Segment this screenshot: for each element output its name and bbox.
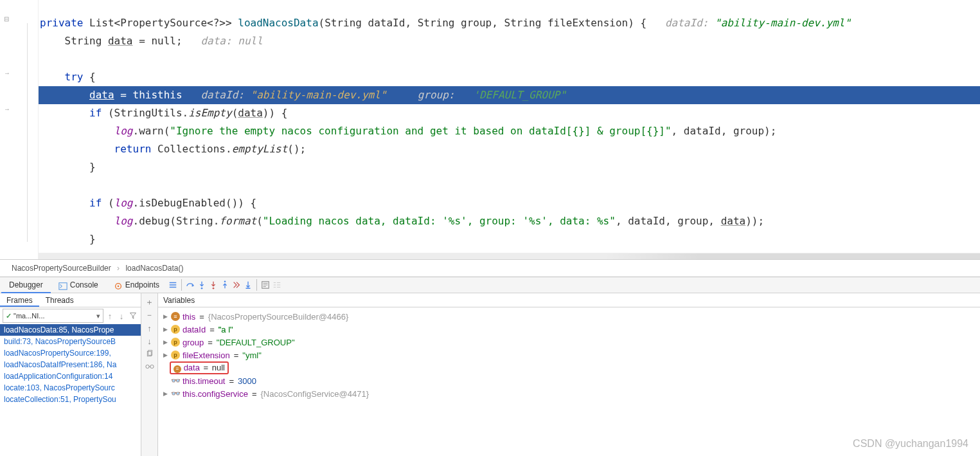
trace-icon[interactable]: [271, 279, 283, 291]
up-icon[interactable]: ↑: [145, 323, 155, 333]
variable-row[interactable]: ▶ ≡ this={NacosPropertySourceBuilder@446…: [158, 310, 980, 323]
code-text: =: [114, 89, 133, 101]
tab-endpoints[interactable]: Endpoints: [106, 277, 167, 293]
field: log: [114, 215, 133, 227]
copy-icon[interactable]: [145, 349, 155, 359]
param-icon: p: [171, 351, 180, 360]
expand-icon[interactable]: ▶: [162, 352, 168, 358]
variable-row[interactable]: ▶ p group="DEFAULT_GROUP": [158, 336, 980, 349]
expand-icon[interactable]: ▶: [162, 326, 168, 333]
equals: =: [209, 325, 215, 334]
step-out-icon[interactable]: [219, 279, 231, 291]
equals: =: [229, 376, 234, 386]
prev-frame-icon[interactable]: ↑: [105, 311, 115, 321]
variable-row[interactable]: ▶ 👓 this.configService={NacosConfigServi…: [158, 387, 980, 400]
field: log: [114, 125, 133, 137]
var-value: null: [212, 363, 225, 372]
evaluate-icon[interactable]: [260, 279, 271, 291]
svg-rect-0: [59, 283, 67, 290]
debug-panel: Debugger Console Endpoints Frames Thread…: [0, 277, 980, 456]
inline-hint-value: null: [238, 35, 263, 47]
fold-line: [27, 23, 28, 242]
remove-watch-icon[interactable]: －: [145, 310, 155, 320]
keyword: private: [40, 17, 83, 29]
gutter-method-icon[interactable]: →: [4, 105, 10, 113]
tab-console[interactable]: Console: [51, 277, 106, 293]
svg-point-5: [224, 280, 226, 282]
variable-row[interactable]: ▶ p dataId="a l": [158, 323, 980, 336]
var-name: group: [183, 338, 204, 347]
frame-item[interactable]: loadNacosDataIfPresent:186, Na: [0, 359, 141, 370]
tab-debugger[interactable]: Debugger: [1, 277, 51, 293]
expand-icon[interactable]: ▶: [162, 390, 168, 397]
step-over-icon[interactable]: [184, 279, 196, 291]
breadcrumb-class[interactable]: NacosPropertySourceBuilder: [12, 264, 111, 273]
gutter-method-icon[interactable]: →: [4, 69, 10, 77]
force-step-into-icon[interactable]: [208, 279, 219, 291]
frame-item[interactable]: loadNacosPropertySource:199,: [0, 347, 141, 359]
tab-frames[interactable]: Frames: [0, 293, 39, 307]
code-text: (: [256, 215, 263, 227]
frame-item[interactable]: locateCollection:51, PropertySou: [0, 394, 141, 405]
variable: data: [108, 35, 133, 47]
keyword: try: [65, 71, 84, 83]
variable-row[interactable]: 👓 this.timeout=3000: [158, 374, 980, 387]
code-text: ();: [287, 143, 306, 155]
equals: =: [234, 351, 239, 360]
highlighted-box: ≡ data = null: [170, 361, 229, 374]
variable: data: [89, 89, 114, 101]
frame-item[interactable]: loadApplicationConfiguration:14: [0, 370, 141, 382]
execution-line[interactable]: data = thisthis dataId: "ability-main-de…: [0, 86, 980, 104]
breadcrumb[interactable]: NacosPropertySourceBuilder › loadNacosDa…: [0, 259, 980, 277]
expand-icon[interactable]: ▶: [162, 339, 168, 345]
variable-row[interactable]: ▶ p fileExtension="yml": [158, 349, 980, 361]
add-watch-icon[interactable]: ＋: [145, 297, 155, 307]
equals: =: [252, 389, 257, 399]
expand-icon[interactable]: ▶: [162, 313, 168, 320]
field: log: [114, 197, 133, 209]
static-method: isEmpty: [188, 107, 231, 119]
code-editor[interactable]: ⊟ → → private List<PropertySource<?>> lo…: [0, 0, 980, 259]
gutter-collapse-icon[interactable]: ⊟: [4, 15, 9, 23]
svg-point-3: [201, 287, 203, 289]
svg-point-10: [150, 365, 153, 368]
frame-item[interactable]: build:73, NacosPropertySourceB: [0, 336, 141, 347]
string-literal: "Ignore the empty nacos configuration an…: [170, 125, 671, 137]
down-icon[interactable]: ↓: [145, 336, 155, 346]
frames-column: Frames Threads ✓ "ma...NI... ▾ ↑ ↓ loadN…: [0, 293, 141, 456]
glasses-icon[interactable]: [145, 361, 155, 372]
var-name: this.timeout: [183, 376, 225, 386]
frames-toolbar: ✓ "ma...NI... ▾ ↑ ↓: [0, 307, 141, 324]
threads-icon[interactable]: [167, 279, 179, 291]
next-frame-icon[interactable]: ↓: [116, 311, 127, 321]
string-literal: "Loading nacos data, dataId: '%s', group…: [263, 215, 616, 227]
variables-tree[interactable]: ▶ ≡ this={NacosPropertySourceBuilder@446…: [158, 307, 980, 456]
svg-point-2: [117, 286, 119, 287]
equals: =: [201, 363, 211, 372]
drop-frame-icon[interactable]: [231, 279, 242, 291]
thread-selector[interactable]: ✓ "ma...NI... ▾: [3, 309, 103, 323]
inline-hint-value: "ability-main-dev.yml": [251, 89, 387, 101]
inline-hint-label: dataId:: [200, 89, 244, 101]
type: List<PropertySource<?>>: [89, 17, 232, 29]
editor-gutter: ⊟ → →: [0, 0, 39, 259]
frames-list[interactable]: loadNacosData:85, NacosPrope build:73, N…: [0, 324, 141, 456]
static-method: emptyList: [232, 143, 288, 155]
filter-icon[interactable]: [128, 311, 138, 321]
this-icon: ≡: [171, 312, 180, 321]
frame-item[interactable]: locate:103, NacosPropertySourc: [0, 382, 141, 394]
frame-item[interactable]: loadNacosData:85, NacosPrope: [0, 324, 141, 336]
static-method: format: [219, 215, 256, 227]
run-to-cursor-icon[interactable]: [242, 279, 254, 291]
horizontal-scrollbar[interactable]: [39, 253, 980, 259]
svg-point-9: [145, 365, 148, 368]
code-content[interactable]: private List<PropertySource<?>> loadNaco…: [0, 0, 980, 248]
method-name: loadNacosData: [238, 17, 318, 29]
variable-row-highlighted[interactable]: ≡ data = null: [158, 361, 980, 374]
var-name: this.configService: [183, 389, 248, 399]
tab-threads[interactable]: Threads: [39, 293, 80, 307]
step-into-icon[interactable]: [196, 279, 208, 291]
var-value: "a l": [218, 325, 233, 334]
breadcrumb-method[interactable]: loadNacosData(): [125, 264, 183, 273]
tab-label: Endpoints: [125, 280, 159, 289]
